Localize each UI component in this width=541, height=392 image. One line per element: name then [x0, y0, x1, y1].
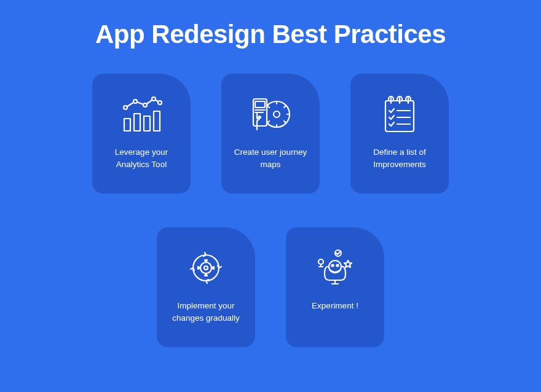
card-label: Implement your changes gradually — [165, 300, 247, 324]
card-label: Create user journey maps — [230, 146, 311, 170]
card-row-1: Leverage your Analytics Tool — [92, 74, 449, 194]
journey-map-icon — [248, 92, 293, 136]
svg-point-40 — [318, 259, 323, 264]
gradual-change-icon — [184, 246, 228, 290]
card-label: Experiment ! — [310, 300, 360, 312]
card-gradual-changes: Implement your changes gradually — [157, 227, 255, 347]
card-journey-maps: Create user journey maps — [221, 74, 320, 194]
svg-line-15 — [267, 106, 269, 108]
svg-rect-23 — [385, 101, 414, 131]
card-analytics: Leverage your Analytics Tool — [92, 74, 191, 194]
svg-rect-0 — [124, 119, 130, 131]
svg-line-18 — [284, 106, 286, 108]
card-grid: Leverage your Analytics Tool — [0, 74, 541, 347]
svg-point-36 — [332, 265, 334, 267]
svg-rect-2 — [144, 116, 150, 131]
experiment-icon — [313, 246, 357, 290]
card-improvements-list: Define a list of Improvements — [350, 74, 449, 194]
svg-point-6 — [143, 103, 147, 107]
card-row-2: Implement your changes gradually — [157, 227, 384, 347]
improvements-list-icon — [377, 92, 422, 136]
svg-line-16 — [284, 121, 286, 123]
svg-point-34 — [204, 266, 208, 270]
svg-line-17 — [267, 121, 269, 123]
card-experiment: Experiment ! — [286, 227, 384, 347]
svg-rect-3 — [154, 111, 160, 131]
page-title: App Redesign Best Practices — [0, 0, 541, 74]
svg-point-7 — [152, 97, 156, 101]
svg-point-33 — [200, 262, 211, 273]
analytics-chart-icon — [119, 92, 164, 136]
svg-point-8 — [158, 101, 162, 104]
svg-point-10 — [274, 111, 280, 117]
svg-point-4 — [124, 106, 127, 109]
svg-point-37 — [337, 265, 339, 267]
svg-rect-1 — [134, 114, 140, 131]
svg-point-5 — [133, 100, 137, 103]
card-label: Leverage your Analytics Tool — [101, 146, 182, 170]
card-label: Define a list of Improvements — [359, 146, 440, 170]
